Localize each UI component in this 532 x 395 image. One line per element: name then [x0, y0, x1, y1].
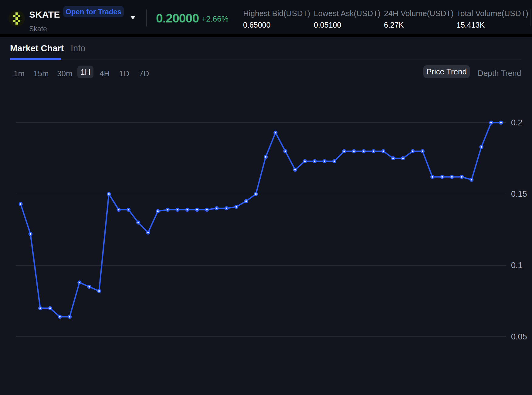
data-point[interactable] — [88, 285, 91, 288]
stat-value-lowest-ask: 0.05100 — [314, 21, 341, 29]
data-point[interactable] — [186, 208, 189, 211]
depth-trend-button[interactable]: Depth Trend — [478, 69, 521, 78]
data-point[interactable] — [392, 157, 395, 160]
data-point[interactable] — [19, 203, 22, 205]
data-point[interactable] — [107, 192, 110, 195]
header-separator — [0, 34, 532, 37]
data-point[interactable] — [127, 208, 130, 211]
data-point[interactable] — [49, 307, 51, 309]
timeframe-7d[interactable]: 7D — [139, 69, 149, 78]
tab-info[interactable]: Info — [71, 43, 85, 53]
y-tick-label: 0.2 — [511, 118, 523, 127]
data-point[interactable] — [176, 208, 179, 211]
stat-label-24h-volume: 24H Volume(USDT) — [384, 9, 454, 18]
data-point[interactable] — [323, 160, 326, 162]
chevron-down-icon[interactable] — [130, 16, 135, 19]
stat-label-lowest-ask: Lowest Ask(USDT) — [314, 9, 381, 18]
data-point[interactable] — [255, 192, 257, 195]
timeframe-1d[interactable]: 1D — [119, 69, 129, 78]
data-point[interactable] — [29, 233, 32, 235]
data-point[interactable] — [441, 175, 443, 178]
status-badge: Open for Trades — [63, 6, 124, 17]
active-tab-underline — [10, 58, 61, 60]
data-point[interactable] — [225, 207, 228, 209]
data-point[interactable] — [205, 208, 208, 211]
timeframe-1h-selected[interactable]: 1H — [77, 66, 93, 78]
data-point[interactable] — [362, 150, 365, 152]
timeframe-1m[interactable]: 1m — [14, 69, 25, 78]
data-point[interactable] — [382, 150, 385, 152]
data-point[interactable] — [343, 150, 345, 152]
token-symbol: SKATE — [29, 9, 60, 20]
stat-value-highest-bid: 0.65000 — [243, 21, 270, 29]
data-point[interactable] — [215, 207, 218, 209]
data-point[interactable] — [333, 160, 336, 162]
data-point[interactable] — [166, 208, 169, 211]
y-tick-label: 0.15 — [511, 189, 527, 199]
data-point[interactable] — [39, 307, 42, 309]
price-series-line — [21, 123, 501, 317]
data-point[interactable] — [157, 210, 159, 213]
price-trend-button[interactable]: Price Trend — [423, 65, 470, 78]
token-header: SKATE Skate Open for Trades 0.20000 +2.6… — [0, 0, 532, 34]
data-point[interactable] — [431, 175, 434, 178]
data-point[interactable] — [490, 121, 493, 124]
stat-value-total-volume: 15.413K — [456, 21, 485, 29]
data-point[interactable] — [353, 150, 355, 152]
data-point[interactable] — [411, 150, 414, 152]
data-point[interactable] — [98, 290, 100, 292]
data-point[interactable] — [284, 150, 287, 152]
timeframe-15m[interactable]: 15m — [33, 69, 49, 78]
data-point[interactable] — [460, 175, 463, 178]
price-change-percent: +2.66% — [202, 14, 229, 24]
data-point[interactable] — [147, 231, 149, 234]
y-tick-label: 0.05 — [511, 332, 527, 341]
data-point[interactable] — [78, 281, 81, 284]
timeframe-30m[interactable]: 30m — [57, 69, 73, 78]
data-point[interactable] — [117, 208, 120, 211]
token-name: Skate — [29, 25, 47, 33]
data-point[interactable] — [470, 178, 473, 181]
tab-market-chart[interactable]: Market Chart — [10, 43, 64, 53]
data-point[interactable] — [303, 160, 306, 162]
last-price: 0.20000 — [156, 11, 199, 26]
stat-label-total-volume: Total Volume(USDT) — [456, 9, 528, 18]
stat-value-24h-volume: 6.27K — [384, 21, 404, 29]
header-edge-divider — [530, 9, 530, 26]
data-point[interactable] — [313, 160, 316, 162]
data-point[interactable] — [245, 200, 247, 203]
y-tick-label: 0.1 — [511, 261, 523, 270]
token-logo-icon — [8, 10, 25, 27]
data-point[interactable] — [59, 315, 61, 318]
data-point[interactable] — [372, 150, 375, 152]
data-point[interactable] — [137, 221, 140, 224]
data-point[interactable] — [264, 155, 267, 158]
data-point[interactable] — [402, 157, 404, 160]
stat-label-highest-bid: Highest Bid(USDT) — [243, 9, 310, 18]
data-point[interactable] — [421, 150, 424, 152]
data-point[interactable] — [274, 131, 277, 134]
data-point[interactable] — [294, 169, 296, 171]
data-point[interactable] — [480, 145, 483, 148]
data-point[interactable] — [500, 121, 502, 124]
tabs-divider — [10, 60, 521, 60]
timeframe-4h[interactable]: 4H — [100, 69, 110, 78]
data-point[interactable] — [235, 206, 238, 208]
header-divider — [146, 9, 147, 26]
data-point[interactable] — [451, 175, 453, 178]
data-point[interactable] — [68, 315, 71, 318]
data-point[interactable] — [196, 208, 198, 211]
